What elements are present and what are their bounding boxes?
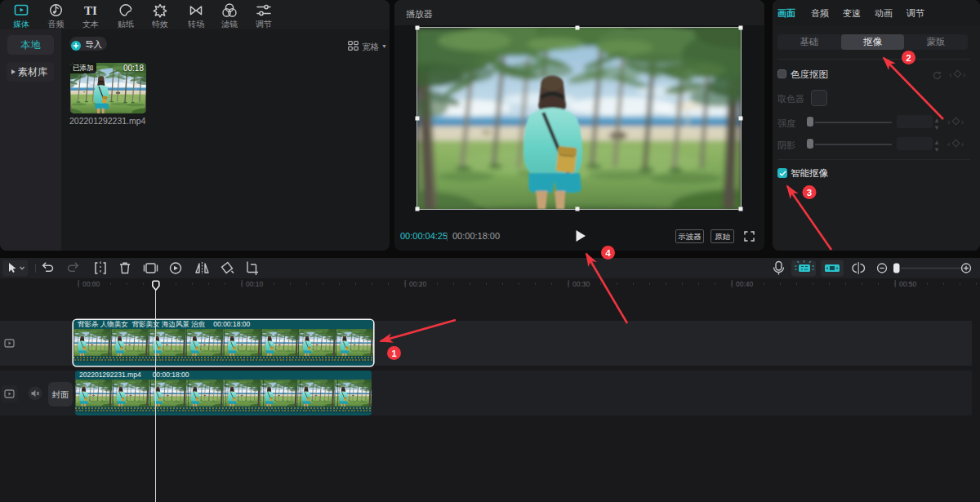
svg-text:TI: TI: [84, 4, 97, 17]
